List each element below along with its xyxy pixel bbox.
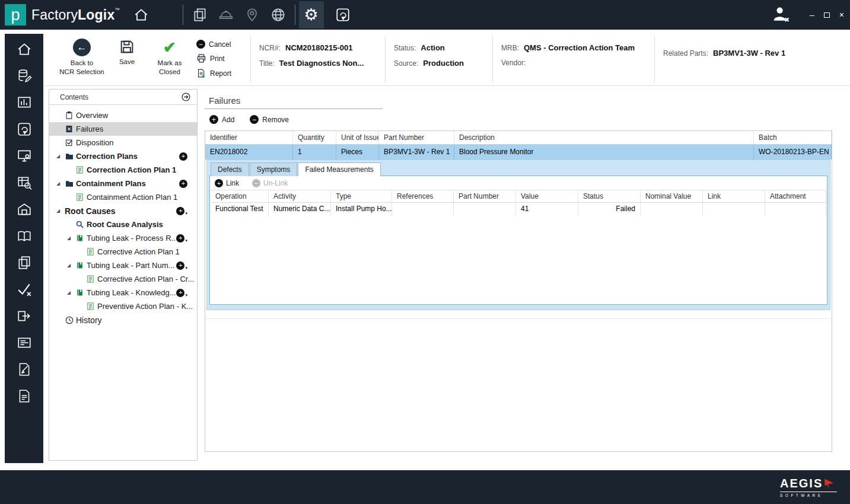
sidebar-report-edit-icon[interactable] bbox=[16, 388, 33, 404]
tab-defects[interactable]: Defects bbox=[211, 162, 249, 176]
sync-history-icon[interactable] bbox=[330, 2, 356, 28]
expander-icon[interactable]: ◢ bbox=[56, 154, 65, 159]
gear-icon: ⚙ bbox=[304, 7, 319, 23]
sidebar-org-chart-icon[interactable] bbox=[16, 94, 33, 111]
report-icon bbox=[196, 68, 206, 78]
add-plan-button[interactable]: +▾ bbox=[176, 234, 187, 243]
column-header-unit-of-issue[interactable]: Unit of Issue bbox=[336, 131, 379, 144]
save-icon bbox=[119, 39, 135, 55]
status-value: Action bbox=[421, 43, 444, 52]
report-button[interactable]: Report bbox=[196, 68, 250, 78]
link-button[interactable]: + Link bbox=[215, 179, 239, 187]
sidebar-transfer-icon[interactable] bbox=[16, 308, 33, 324]
sidebar-monitor-icon[interactable] bbox=[16, 148, 33, 164]
column-header-references[interactable]: References bbox=[392, 190, 454, 202]
column-header-quantity[interactable]: Quantity bbox=[293, 131, 336, 144]
column-header-operation[interactable]: Operation bbox=[211, 190, 269, 202]
sidebar-sync-icon[interactable] bbox=[16, 121, 33, 138]
tree-item-preventive-action-plan-k[interactable]: Preventive Action Plan - K... bbox=[49, 299, 197, 313]
add-plan-button[interactable]: +▾ bbox=[176, 289, 187, 297]
expander-icon[interactable]: ◢ bbox=[56, 208, 65, 213]
tree-item-corrective-action-plan-1[interactable]: Corrective Action Plan 1 bbox=[49, 245, 197, 259]
sidebar-copy-icon[interactable] bbox=[16, 254, 33, 271]
green-book-icon bbox=[75, 261, 87, 270]
mark-as-closed-button[interactable]: ✔ Mark asClosed bbox=[145, 34, 194, 85]
column-header-link[interactable]: Link bbox=[703, 190, 765, 202]
globe-icon[interactable] bbox=[265, 2, 291, 28]
sidebar-database-edit-icon[interactable] bbox=[16, 68, 33, 84]
add-containment-plan-button[interactable]: + bbox=[179, 180, 187, 188]
maximize-icon[interactable] bbox=[824, 12, 830, 18]
column-header-description[interactable]: Description bbox=[454, 131, 754, 144]
tree-item-root-causes[interactable]: ◢ Root Causes +▾ bbox=[49, 204, 197, 218]
tree-item-containment-action-plan-1[interactable]: Containment Action Plan 1 bbox=[49, 190, 197, 204]
tree-item-corrective-action-plan-cr[interactable]: Corrective Action Plan - Cr... bbox=[49, 272, 197, 286]
expander-icon[interactable]: ◢ bbox=[67, 263, 75, 268]
failures-grid: Identifier Quantity Unit of Issue Part N… bbox=[205, 130, 832, 452]
cancel-button[interactable]: − Cancel bbox=[196, 40, 250, 49]
tree-item-overview[interactable]: Overview bbox=[49, 109, 197, 122]
user-logout-icon[interactable] bbox=[771, 4, 791, 24]
add-root-cause-button[interactable]: +▾ bbox=[176, 207, 187, 215]
column-header-attachment[interactable]: Attachment bbox=[765, 190, 826, 202]
close-icon[interactable]: × bbox=[839, 10, 844, 20]
sidebar-warehouse-icon[interactable] bbox=[16, 201, 33, 218]
remove-failure-button[interactable]: − Remove bbox=[250, 115, 289, 124]
add-correction-plan-button[interactable]: + bbox=[179, 152, 187, 161]
minimize-icon[interactable]: – bbox=[810, 10, 814, 20]
column-header-status[interactable]: Status bbox=[578, 190, 641, 202]
hardhat-icon[interactable] bbox=[213, 2, 239, 28]
add-failure-button[interactable]: + Add bbox=[209, 115, 234, 124]
column-header-activity[interactable]: Activity bbox=[269, 190, 331, 202]
column-header-identifier[interactable]: Identifier bbox=[205, 131, 293, 144]
green-list-icon bbox=[86, 247, 97, 256]
tree-item-disposition[interactable]: Disposition bbox=[49, 136, 197, 149]
tree-item-containment-plans[interactable]: ◢ Containment Plans + bbox=[49, 177, 197, 190]
tree-item-tubing-leak-part[interactable]: ◢ Tubing Leak - Part Num... +▾ bbox=[49, 259, 197, 272]
add-plan-button[interactable]: +▾ bbox=[176, 261, 187, 270]
settings-gear-selected[interactable]: ⚙ bbox=[299, 1, 324, 28]
failure-row-selected[interactable]: EN2018002 1 Pieces BP3MV1-3W - Rev 1 Blo… bbox=[205, 145, 832, 160]
documents-icon[interactable] bbox=[187, 2, 213, 28]
location-pin-icon[interactable] bbox=[239, 2, 265, 28]
tab-failed-measurements[interactable]: Failed Measurements bbox=[298, 162, 380, 176]
tree-item-correction-action-plan-1[interactable]: Correction Action Plan 1 bbox=[49, 163, 197, 177]
column-header-value[interactable]: Value bbox=[516, 190, 578, 202]
home-icon[interactable] bbox=[128, 2, 154, 28]
tree-item-failures[interactable]: Failures bbox=[49, 122, 197, 136]
column-header-nominal-value[interactable]: Nominal Value bbox=[641, 190, 703, 202]
collapse-panel-icon[interactable] bbox=[181, 92, 191, 102]
tree-item-history[interactable]: History bbox=[49, 313, 197, 327]
expander-icon[interactable]: ◢ bbox=[67, 290, 75, 295]
column-header-part-number[interactable]: Part Number bbox=[379, 131, 454, 144]
sidebar-card-icon[interactable] bbox=[16, 334, 33, 351]
column-header-batch[interactable]: Batch bbox=[754, 131, 832, 144]
check-icon: ✔ bbox=[163, 39, 176, 56]
back-to-ncr-selection-button[interactable]: ← Back toNCR Selection bbox=[55, 34, 109, 85]
column-header-type[interactable]: Type bbox=[331, 190, 392, 202]
tree-item-tubing-leak-process[interactable]: ◢ Tubing Leak - Process R... +▾ bbox=[49, 231, 197, 245]
column-header-part-number[interactable]: Part Number bbox=[454, 190, 516, 202]
status-value-failed: Failed bbox=[578, 203, 641, 216]
tree-item-correction-plans[interactable]: ◢ Correction Plans + bbox=[49, 149, 197, 163]
sidebar-home-icon[interactable] bbox=[16, 41, 33, 58]
cancel-icon: − bbox=[196, 40, 205, 49]
measurement-row[interactable]: Functional Test Numeric Data C... Instal… bbox=[211, 203, 826, 216]
sidebar-table-search-icon[interactable] bbox=[16, 174, 33, 191]
brand-name: FactoryLogix™ bbox=[31, 7, 120, 23]
title-value: Test Diagnostics Non... bbox=[279, 59, 364, 68]
expander-icon[interactable]: ◢ bbox=[67, 235, 75, 241]
unlink-button[interactable]: − Un-Link bbox=[252, 179, 288, 187]
printer-icon bbox=[196, 53, 206, 63]
tree-item-root-cause-analysis[interactable]: Root Cause Analysis bbox=[49, 218, 197, 231]
tab-symptoms[interactable]: Symptoms bbox=[250, 162, 298, 176]
save-button[interactable]: Save bbox=[109, 34, 145, 85]
aegis-mark-icon bbox=[824, 479, 833, 489]
sidebar-document-edit-icon[interactable] bbox=[16, 361, 33, 378]
expander-icon[interactable]: ◢ bbox=[56, 181, 65, 186]
print-button[interactable]: Print bbox=[196, 53, 250, 63]
history-clock-icon bbox=[65, 315, 76, 325]
sidebar-book-icon[interactable] bbox=[16, 228, 33, 244]
sidebar-validate-icon[interactable] bbox=[16, 281, 33, 298]
tree-item-tubing-leak-knowledge[interactable]: ◢ Tubing Leak - Knowledg... +▾ bbox=[49, 286, 197, 299]
